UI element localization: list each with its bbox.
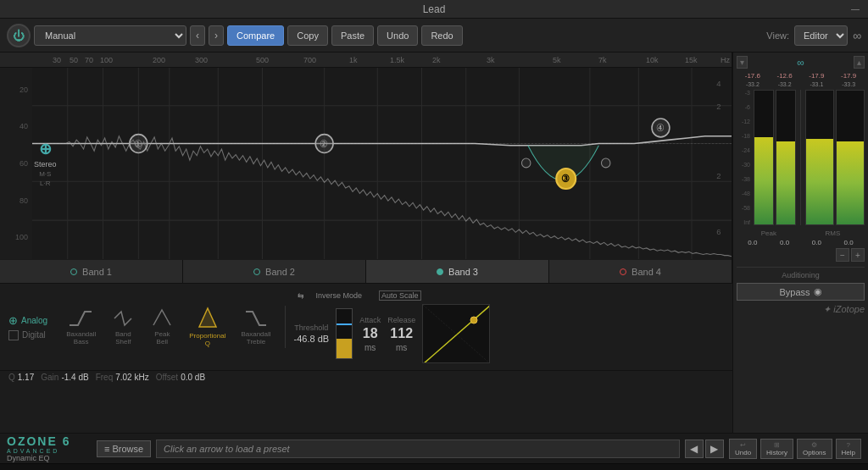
paste-button[interactable]: Paste [331, 25, 374, 46]
bypass-button[interactable]: Bypass ◉ [737, 283, 865, 301]
help-label: Help [842, 449, 855, 456]
proportional-q-label: ProportionalQ [189, 332, 225, 347]
svg-text:③: ③ [561, 173, 570, 184]
ozone-logo: OZONE 6 [7, 434, 92, 448]
footer: iZotope Ozone 6 Dynamic EQ [0, 463, 868, 470]
inverse-mode-label[interactable]: Inverse Mode [316, 291, 363, 300]
browse-button[interactable]: ≡ Browse [97, 440, 151, 457]
power-button[interactable]: ⏻ [7, 24, 31, 47]
band2-tab[interactable]: Band 2 [183, 260, 366, 283]
title-bar: Lead — [0, 0, 868, 19]
baxandall-bass-filter[interactable]: BaxandallBass [61, 307, 101, 347]
auto-scale-label[interactable]: Auto Scale [379, 290, 421, 301]
svg-text:6: 6 [716, 226, 721, 235]
nav-back-button[interactable]: ‹ [190, 25, 205, 46]
meter-down-arrow[interactable]: ▾ [737, 56, 748, 69]
analog-icon: ⊕ [8, 314, 18, 327]
browse-icon: ≡ [104, 444, 109, 454]
eq-svg: ① ② ③ ④ 4 2 2 6 [32, 68, 732, 259]
threshold-label: Threshold [294, 323, 328, 332]
right-peak-fill [806, 139, 833, 224]
band1-tab[interactable]: Band 1 [0, 260, 183, 283]
release-label: Release [387, 316, 415, 324]
toolbar-right: View: Editor ∞ [766, 25, 861, 46]
threshold-meter[interactable] [336, 308, 353, 359]
nav-forward-button[interactable]: › [209, 25, 224, 46]
baxandall-treble-filter[interactable]: BaxandallTreble [236, 307, 275, 347]
proportional-q-filter[interactable]: ProportionalQ [184, 305, 231, 349]
next-preset-btn[interactable]: ▶ [705, 440, 724, 458]
prev-preset-btn[interactable]: ◀ [685, 440, 704, 458]
auditioning-section: Auditioning Bypass ◉ [737, 267, 865, 301]
eq-display[interactable]: 30 50 70 100 200 300 500 700 1k 1.5k 2k … [0, 53, 732, 260]
peak-bell-filter[interactable]: PeakBell [145, 307, 179, 347]
baxandall-bass-icon [70, 308, 93, 329]
band-shelf-icon [111, 308, 135, 329]
freq-300: 300 [195, 56, 208, 64]
close-btn[interactable]: — [851, 4, 860, 14]
meter-minus-btn[interactable]: − [836, 248, 849, 262]
band1-tab-label: Band 1 [82, 267, 112, 277]
offset-key: Offset [156, 373, 179, 382]
left-peak-sub: -33.2 [746, 81, 760, 87]
preset-dropdown[interactable]: Manual [34, 25, 186, 46]
filter-controls: ⊕ Analog Digital BaxandallBass [0, 284, 732, 371]
right-rms-fill [837, 141, 864, 224]
band3-tab[interactable]: Band 3 [366, 260, 549, 283]
dynamic-curve-svg [423, 305, 490, 363]
band4-tab-label: Band 4 [632, 267, 661, 277]
options-btn[interactable]: ⚙ Options [797, 439, 832, 459]
history-btn[interactable]: ⊞ History [760, 439, 793, 459]
meter-plus-btn[interactable]: + [851, 248, 865, 262]
undo-button[interactable]: Undo [377, 25, 418, 46]
bypass-icon: ◉ [814, 286, 822, 297]
freq-200: 200 [153, 56, 165, 64]
digital-mode-btn[interactable]: Digital [8, 330, 47, 340]
link-icon[interactable]: ∞ [853, 29, 861, 42]
bypass-label: Bypass [779, 287, 810, 297]
meter-link-icon[interactable]: ∞ [797, 57, 804, 69]
history-icon: ⊞ [766, 441, 787, 449]
separator [285, 306, 286, 348]
freq-700: 700 [303, 56, 316, 64]
band4-tab[interactable]: Band 4 [549, 260, 732, 283]
gain-key: Gain [41, 373, 58, 382]
stereo-icon: ⊕ [39, 140, 52, 158]
meter-up-arrow[interactable]: ▴ [854, 56, 865, 69]
redo-button[interactable]: Redo [421, 25, 462, 46]
band2-tab-label: Band 2 [265, 267, 295, 277]
freq-hz: Hz [721, 56, 730, 64]
svg-text:2: 2 [716, 102, 721, 111]
dynamic-curve[interactable] [422, 304, 490, 363]
compare-button[interactable]: Compare [227, 25, 284, 46]
stereo-control[interactable]: ⊕ Stereo M·S L·R [34, 140, 57, 187]
copy-button[interactable]: Copy [287, 25, 328, 46]
undo-action-label: Undo [735, 449, 751, 456]
logo-section: OZONE 6 ADVANCED Dynamic EQ [7, 434, 92, 462]
eq-graph[interactable]: 20 40 60 80 100 ⊕ Stereo M·S L·R [0, 68, 732, 259]
freq-ruler: 30 50 70 100 200 300 500 700 1k 1.5k 2k … [0, 53, 732, 68]
view-select[interactable]: Editor [794, 25, 848, 46]
freq-1_5k: 1.5k [390, 56, 404, 64]
band2-power-dot [253, 268, 260, 275]
undo-icon: ↩ [735, 441, 751, 449]
meter-header: ▾ ∞ ▴ [737, 56, 865, 69]
bottom-right-0: 0.0 [812, 239, 821, 246]
undo-action-btn[interactable]: ↩ Undo [729, 439, 757, 459]
baxandall-bass-label: BaxandallBass [66, 330, 96, 346]
analog-label: Analog [21, 316, 47, 325]
db-100: 100 [2, 233, 31, 241]
analog-mode-btn[interactable]: ⊕ Analog [8, 314, 47, 327]
help-icon: ? [842, 441, 855, 449]
band1-power-dot [70, 268, 77, 275]
options-label: Options [803, 449, 826, 456]
left-peak-val: -17.6 [745, 72, 760, 80]
right-rms-bar [836, 90, 865, 225]
meter-bottom-row: 0.0 0.0 0.0 0.0 [737, 239, 865, 246]
help-btn[interactable]: ? Help [836, 439, 861, 459]
freq-30: 30 [53, 56, 61, 64]
left-rms-val: -12.6 [777, 72, 793, 80]
band-shelf-filter[interactable]: BandShelf [106, 307, 140, 347]
baxandall-treble-icon [244, 308, 268, 329]
stereo-ms: M·S [39, 170, 51, 178]
